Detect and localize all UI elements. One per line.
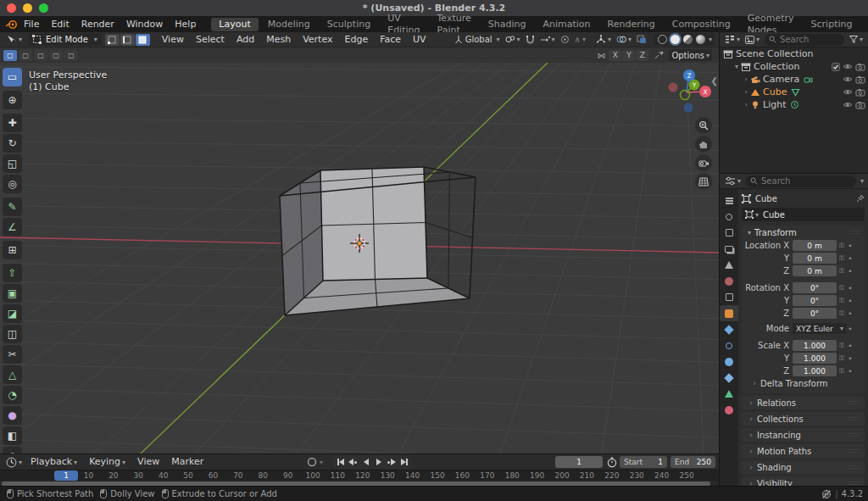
shrink-fatten-tool[interactable]: ◉ xyxy=(3,447,22,454)
exclude-checkbox[interactable] xyxy=(832,63,840,71)
rendered-shading-button[interactable] xyxy=(696,35,705,44)
menu-file[interactable]: File xyxy=(18,17,45,32)
hide-viewport-icon[interactable] xyxy=(843,88,853,96)
pin-icon[interactable] xyxy=(856,194,865,203)
xray-toggle[interactable] xyxy=(634,34,649,46)
timeline-ruler[interactable]: 1 10203040506070809010011012013014015016… xyxy=(0,470,719,481)
move-tool[interactable]: ✚ xyxy=(3,114,22,132)
animate-dot[interactable]: • xyxy=(847,297,854,305)
current-frame-indicator[interactable]: 1 xyxy=(54,470,78,481)
start-frame-field[interactable]: Start1 xyxy=(620,456,667,468)
outliner-search-input[interactable]: Search xyxy=(765,34,844,46)
properties-tab-view-layer[interactable] xyxy=(720,241,738,257)
properties-tab-output[interactable] xyxy=(720,225,738,241)
scale-value-field[interactable]: 1.000 xyxy=(793,340,837,351)
disable-render-icon[interactable] xyxy=(855,88,865,97)
active-tool-dropdown[interactable]: ▾ xyxy=(3,34,25,46)
snap-settings-dropdown[interactable]: ▾ xyxy=(537,34,558,46)
mirror-y-toggle[interactable]: Y xyxy=(622,50,635,61)
animate-dot[interactable]: • xyxy=(847,284,854,292)
auto-keying-toggle[interactable]: ▾ xyxy=(303,456,326,468)
snap-to-cursor-icon[interactable] xyxy=(654,51,664,59)
rotation-value-field[interactable]: 0° xyxy=(793,282,837,293)
properties-tab-collection[interactable] xyxy=(720,289,738,305)
hide-viewport-icon[interactable] xyxy=(843,101,853,109)
rotation-mode-dropdown[interactable]: XYZ Euler▾ xyxy=(793,323,847,334)
outliner-row-scene-collection[interactable]: Scene Collection xyxy=(720,47,868,60)
lock-icon[interactable]: ⚿ xyxy=(837,342,847,350)
animate-dot[interactable]: • xyxy=(847,309,854,318)
viewport-menu-view[interactable]: View xyxy=(156,32,190,47)
extrude-region-tool[interactable]: ⇧ xyxy=(3,264,22,282)
add-cube-tool[interactable]: ⊞ xyxy=(3,241,22,259)
drag-handle[interactable]: ∷∷ xyxy=(849,431,860,439)
workspace-tab-modeling[interactable]: Modeling xyxy=(260,18,318,31)
workspace-tab-+[interactable]: + xyxy=(861,18,868,31)
play-button[interactable] xyxy=(373,457,384,468)
mirror-x-toggle[interactable]: X xyxy=(609,50,621,61)
properties-tab-object-data[interactable] xyxy=(720,386,738,402)
lock-icon[interactable]: ⚿ xyxy=(837,367,847,376)
mirror-z-toggle[interactable]: Z xyxy=(636,50,648,61)
stopwatch-icon[interactable] xyxy=(607,457,617,468)
show-overlays-dropdown[interactable]: ▾ xyxy=(614,34,634,46)
transform-panel-header[interactable]: ▾ Transform ∷∷ xyxy=(742,225,865,239)
viewport-menu-uv[interactable]: UV xyxy=(407,32,432,47)
rotation-value-field[interactable]: 0° xyxy=(793,308,837,319)
expand-arrow[interactable]: › xyxy=(742,75,750,83)
material-preview-shading-button[interactable] xyxy=(683,35,693,44)
object-name-field[interactable]: ▾ Cube xyxy=(742,208,865,221)
proportional-falloff-dropdown[interactable]: ∧▾ xyxy=(572,34,588,46)
outliner-row-collection[interactable]: ▾Collection xyxy=(720,60,868,73)
vertex-select-button[interactable] xyxy=(105,34,120,46)
workspace-tab-sculpting[interactable]: Sculpting xyxy=(320,18,378,31)
animate-dot[interactable]: • xyxy=(847,325,854,333)
scale-value-field[interactable]: 1.000 xyxy=(793,365,837,376)
properties-tab-tool[interactable] xyxy=(720,192,738,209)
outliner-row-light[interactable]: ›Light xyxy=(720,98,868,111)
sidebar-collapse-arrow[interactable]: ❮ xyxy=(711,76,718,86)
options-dropdown[interactable]: Options▾ xyxy=(669,49,712,61)
animate-dot[interactable]: • xyxy=(847,267,854,276)
properties-search-input[interactable]: Search xyxy=(746,175,856,187)
animate-dot[interactable]: • xyxy=(847,342,854,350)
show-gizmo-dropdown[interactable]: ▾ xyxy=(593,34,614,46)
spin-tool[interactable]: ◔ xyxy=(3,386,22,404)
bevel-tool[interactable]: ◪ xyxy=(3,304,22,323)
lock-icon[interactable]: ⚿ xyxy=(837,254,847,263)
loop-cut-tool[interactable]: ◫ xyxy=(3,325,22,343)
drag-handle[interactable]: ∷∷ xyxy=(849,415,860,423)
properties-tab-material[interactable] xyxy=(720,402,738,418)
panel-instancing[interactable]: ›Instancing∷∷ xyxy=(742,428,865,442)
workspace-tab-compositing[interactable]: Compositing xyxy=(665,18,738,31)
outliner-row-cube[interactable]: ›Cube xyxy=(720,86,868,98)
lock-icon[interactable]: ⚿ xyxy=(837,354,847,363)
zoom-icon[interactable] xyxy=(695,117,712,134)
viewport-menu-select[interactable]: Select xyxy=(190,32,231,47)
navigation-gizmo[interactable]: YZX xyxy=(663,66,712,115)
next-keyframe-button[interactable] xyxy=(386,457,397,468)
properties-tab-modifiers[interactable] xyxy=(720,321,738,337)
workspace-tab-scripting[interactable]: Scripting xyxy=(804,18,860,31)
lock-icon[interactable]: ⚿ xyxy=(837,267,847,276)
filter-icon[interactable]: ▾ xyxy=(847,34,865,46)
poly-build-tool[interactable]: △ xyxy=(3,365,22,384)
lock-icon[interactable]: ⚿ xyxy=(837,309,847,318)
viewport-canvas[interactable]: User Perspective (1) Cube ▭⊕✚↻◱◎✎∠⊞⇧▣◪◫✂… xyxy=(0,63,719,454)
disable-render-icon[interactable] xyxy=(855,63,865,71)
solid-shading-button[interactable] xyxy=(670,35,680,44)
select-mode-intersect[interactable]: ▢ xyxy=(64,50,78,61)
current-frame-field[interactable]: 1 xyxy=(555,456,603,468)
expand-arrow[interactable]: ▾ xyxy=(732,63,741,70)
select-mode-extend[interactable]: ▢ xyxy=(19,50,32,61)
menu-window[interactable]: Window xyxy=(120,17,169,32)
scale-tool[interactable]: ◱ xyxy=(3,154,22,173)
hide-viewport-icon[interactable] xyxy=(843,75,853,83)
drag-handle[interactable]: ∷∷ xyxy=(849,464,860,471)
outliner-row-camera[interactable]: ›Camera xyxy=(720,73,868,86)
timeline-menu-view[interactable]: View xyxy=(131,454,165,470)
edge-select-button[interactable] xyxy=(120,34,135,46)
transform-tool[interactable]: ◎ xyxy=(3,175,22,193)
rotation-value-field[interactable]: 0° xyxy=(793,295,837,306)
timeline-menu-marker[interactable]: Marker xyxy=(165,454,209,470)
